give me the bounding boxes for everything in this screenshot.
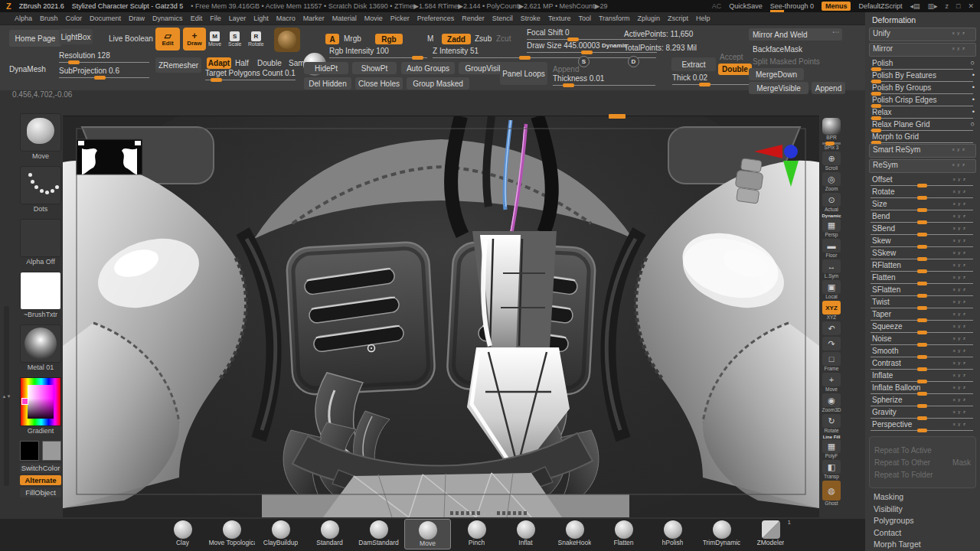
rgb-intensity-slider[interactable]: Rgb Intensity 100 (329, 47, 427, 58)
slider-track[interactable] (871, 130, 973, 131)
slider-track[interactable] (871, 106, 973, 106)
tool-section-header[interactable]: Polygroups (869, 515, 976, 527)
dynamesh-button[interactable]: DynaMesh (9, 62, 58, 76)
brush-thumbnail[interactable] (272, 520, 290, 539)
slider-track[interactable] (871, 81, 973, 82)
right-shelf-icon[interactable]: ↻ (822, 414, 841, 428)
radio-toggle[interactable]: ○ (971, 59, 975, 67)
brush-slot[interactable]: Standard (306, 519, 353, 549)
deformation-row[interactable]: Polish Crisp Edges • (869, 95, 976, 107)
brush-thumbnail[interactable] (174, 520, 192, 539)
axis-toggles[interactable]: x y z (953, 311, 966, 316)
gradient-color-picker[interactable] (20, 377, 61, 426)
deformation-row[interactable]: Polish By Groups • (869, 83, 976, 95)
menu-item[interactable]: Color (62, 15, 87, 22)
axis-toggles[interactable]: x y z (953, 238, 966, 243)
slider-track[interactable] (871, 185, 973, 186)
titlebar-icon[interactable]: z (946, 2, 949, 10)
extract-button[interactable]: Extract (671, 57, 716, 71)
spotlight-d-button[interactable]: D (628, 56, 639, 67)
live-boolean-button[interactable]: Live Boolean (109, 34, 153, 43)
brush-slot[interactable]: 1 ZModeler (747, 519, 794, 549)
slider-handle[interactable] (917, 429, 927, 432)
slider-track[interactable] (871, 430, 973, 431)
left-tray-selector[interactable]: Metal 01 (20, 324, 61, 371)
slider-track[interactable] (871, 246, 973, 247)
right-shelf-button[interactable]: ↷ (822, 337, 841, 350)
deformation-row[interactable]: Smart ReSym x y z (869, 144, 976, 158)
menu-item[interactable]: Layer (225, 15, 250, 22)
slider-track[interactable] (871, 93, 973, 94)
deformation-row[interactable]: Noise x y z (869, 334, 976, 346)
deformation-row[interactable]: Relax • (869, 107, 976, 119)
axis-mini-icons[interactable]: ▪▫▫ (833, 30, 840, 34)
axis-toggles[interactable]: x y z (952, 162, 965, 167)
mirror-and-weld-button[interactable]: Mirror And Weld ▪▫▫ (749, 28, 842, 41)
axis-toggles[interactable]: x y z (953, 409, 966, 414)
left-tray-selector[interactable]: ~BrushTxtr (20, 272, 61, 318)
menu-item[interactable]: Zscript (664, 15, 692, 22)
right-shelf-button[interactable]: ▣ Local (822, 280, 841, 299)
deformation-row[interactable]: SFlatten x y z (869, 285, 976, 297)
right-shelf-icon[interactable]: XYZ (822, 301, 841, 315)
primary-color-swatch[interactable] (20, 441, 39, 461)
right-shelf-icon[interactable]: ▬ (822, 239, 841, 253)
deformation-row[interactable]: Inflate x y z (869, 370, 976, 383)
zadd-button[interactable]: Zadd (442, 34, 471, 44)
titlebar-icon[interactable]: ✕ (968, 2, 974, 10)
spix-slider[interactable] (822, 142, 841, 145)
axis-toggles[interactable]: x y z (952, 31, 965, 35)
slider-track[interactable] (871, 393, 973, 394)
right-shelf-button[interactable]: XYZ XYZ (822, 301, 841, 320)
right-shelf-button[interactable]: □ Frame (822, 352, 841, 371)
right-shelf-icon[interactable]: ▦ (822, 439, 841, 453)
close-holes-button[interactable]: Close Holes (355, 77, 403, 90)
deformation-row[interactable]: Skew x y z (869, 236, 976, 248)
slider-track[interactable] (871, 406, 973, 406)
tool-section-header[interactable]: Visibility (869, 504, 976, 516)
right-shelf-icon[interactable] (822, 118, 841, 135)
left-tray-selector[interactable]: Move (20, 113, 61, 160)
menu-item[interactable]: Preferences (413, 15, 459, 22)
scale-gizmo-button[interactable]: S Scale (228, 31, 242, 47)
menu-item[interactable]: Draw (125, 15, 149, 22)
slider-track[interactable] (871, 210, 973, 210)
hidept-button[interactable]: HidePt (304, 62, 348, 74)
right-shelf-icon[interactable]: ⊕ (822, 152, 841, 165)
selector-thumbnail[interactable] (20, 324, 61, 363)
menu-item[interactable]: Alpha (11, 15, 36, 22)
deformation-row[interactable]: SBend x y z (869, 223, 976, 236)
brush-thumbnail[interactable] (664, 520, 682, 539)
right-shelf-button[interactable]: ◧ Transp (822, 460, 841, 479)
mergedown-button[interactable]: MergeDown (749, 68, 804, 80)
brush-thumbnail[interactable] (517, 520, 535, 539)
menu-item[interactable]: Document (86, 15, 125, 22)
mergevisible-button[interactable]: MergeVisible (749, 82, 808, 94)
brush-thumbnail[interactable] (321, 520, 339, 539)
target-polygons-slider[interactable]: Target Polygons Count 0.1 (205, 69, 296, 80)
left-scrollbar[interactable]: ▲▼ (4, 306, 9, 486)
axis-toggles[interactable]: x y z (953, 336, 966, 341)
slider-track[interactable] (871, 142, 973, 143)
resolution-slider[interactable]: Resolution 128 (59, 51, 149, 63)
right-shelf-icon[interactable]: ◉ (822, 393, 841, 407)
axis-toggles[interactable]: x y z (953, 201, 966, 206)
right-shelf-icon[interactable]: ↶ (822, 321, 841, 335)
canvas-divider-handle[interactable] (609, 114, 626, 119)
slider-track[interactable] (871, 271, 973, 272)
axis-toggles[interactable]: x y z (953, 385, 966, 390)
selector-thumbnail[interactable] (20, 166, 61, 204)
slider-track[interactable] (871, 197, 973, 198)
slider-track[interactable] (871, 308, 973, 308)
see-through-slider[interactable]: See-through 0 (770, 2, 814, 10)
thick-slider[interactable]: Thick 0.02 (672, 73, 753, 85)
scroll-up-icon[interactable]: ▲ (482, 510, 488, 516)
brush-slot[interactable]: DamStandard (355, 519, 402, 549)
right-shelf-button[interactable]: ↶ (822, 321, 841, 335)
secondary-color-swatch[interactable] (42, 441, 61, 461)
slider-track[interactable] (871, 357, 973, 357)
brush-thumbnail[interactable] (468, 520, 486, 539)
right-shelf-icon[interactable]: ◍ (822, 481, 841, 500)
right-shelf-button[interactable]: BPR (822, 118, 841, 140)
axis-toggles[interactable]: x y z (953, 250, 966, 255)
